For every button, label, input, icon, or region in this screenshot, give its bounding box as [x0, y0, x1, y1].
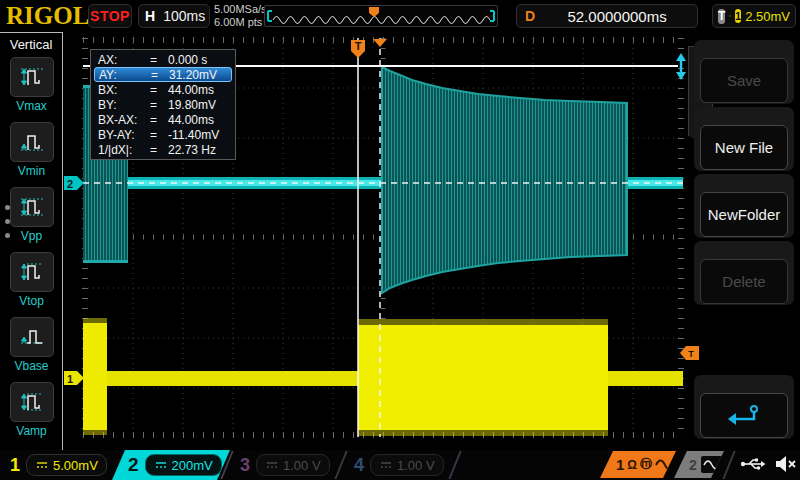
menu-item-label: Vpp	[21, 229, 42, 243]
system-icons	[740, 454, 798, 474]
trigger-edge-icon	[729, 9, 731, 23]
timebase-value: 100ms	[163, 8, 205, 24]
channel-3-badge[interactable]: 3 1.00 V	[230, 450, 340, 480]
menu-item-label: Vmax	[16, 99, 47, 113]
trigger-position-marker[interactable]: T	[351, 40, 365, 58]
ch4-number: 4	[354, 455, 364, 476]
menu-item-vtop[interactable]: Vtop	[0, 252, 63, 317]
gen1-impedance: Ω	[627, 458, 637, 472]
delay-d-label: D	[525, 8, 535, 24]
ch1-trace	[83, 318, 683, 436]
vmin-icon	[10, 122, 54, 162]
channel-2-badge[interactable]: 2 200mV	[112, 450, 230, 480]
back-enter-button[interactable]	[700, 393, 788, 438]
ch3-scale: 1.00 V	[283, 458, 321, 473]
ch2-number: 2	[128, 454, 139, 476]
sample-rate: 5.00MSa/s	[214, 3, 267, 16]
ch1-number: 1	[10, 455, 20, 476]
gen1-number: 1	[616, 456, 624, 473]
new-folder-button[interactable]: NewFolder	[700, 192, 788, 237]
cursor-row-by: BY:=19.80mV	[94, 97, 232, 112]
trigger-position-label: T	[355, 40, 362, 52]
delete-button[interactable]: Delete	[700, 259, 788, 304]
rigol-logo: RIGOL	[6, 2, 89, 30]
cursor-row-ax: AX:=0.000 s	[94, 52, 232, 67]
ch2-ground-marker[interactable]: 2	[64, 176, 84, 190]
vpp-icon	[10, 187, 54, 227]
thumb-left-bracket	[268, 11, 272, 21]
channel-status-bar: 1 5.00mV 2 200mV 3 1	[0, 450, 800, 480]
ch1-scale: 5.00mV	[53, 458, 98, 473]
cursor-row-byay: BY-AY:=-11.40mV	[94, 127, 232, 142]
channel-1-badge[interactable]: 1 5.00mV	[0, 450, 112, 480]
cursor-ay-handle[interactable]	[676, 53, 686, 80]
cursor-row-freq: 1/|dX|:=22.73 Hz	[94, 142, 232, 157]
run-state-label: STOP	[90, 8, 130, 24]
cursor-row-ay-selected[interactable]: AY:=31.20mV	[94, 67, 232, 82]
top-status-bar: RIGOL STOP H 100ms 5.00MSa/s 6.00M pts D…	[0, 0, 800, 32]
ch1-coupling-icon	[35, 460, 49, 470]
timebase-badge[interactable]: H 100ms	[138, 4, 210, 28]
oscilloscope-screen: RIGOL STOP H 100ms 5.00MSa/s 6.00M pts D…	[0, 0, 800, 480]
ch2-ground-label: 2	[67, 178, 73, 190]
ch4-coupling-icon	[379, 460, 393, 470]
ch1-ground-marker[interactable]: 1	[64, 371, 84, 385]
run-state-badge[interactable]: STOP	[88, 4, 132, 28]
cursor-row-bx: BX:=44.00ms	[94, 82, 232, 97]
trigger-level-value: 2.50mV	[745, 9, 790, 24]
vamp-icon	[10, 382, 54, 422]
menu-scroll-indicator	[5, 205, 10, 238]
menu-item-vbase[interactable]: Vbase	[0, 317, 63, 382]
generator-2-badge[interactable]: 2	[674, 451, 724, 478]
ch2-scale: 200mV	[172, 458, 213, 473]
speaker-muted-icon[interactable]	[774, 454, 798, 474]
sample-rate-block: 5.00MSa/s 6.00M pts	[214, 3, 267, 29]
usb-icon[interactable]	[740, 454, 766, 474]
gen1-sine-icon	[655, 458, 675, 472]
save-menu: Save Save New File NewFolder Delete	[688, 32, 800, 450]
menu-item-vamp[interactable]: Vamp	[0, 382, 63, 447]
delay-value: 52.0000000ms	[545, 8, 689, 25]
menu-item-label: Vbase	[14, 359, 48, 373]
menu-title: Vertical	[0, 33, 62, 57]
vtop-icon	[10, 252, 54, 292]
menu-item-vmax[interactable]: Vmax	[0, 57, 63, 122]
enter-arrow-icon	[726, 403, 762, 429]
menu-item-label: Vtop	[19, 294, 44, 308]
ch2-coupling-icon	[154, 460, 168, 470]
thumb-waveform	[273, 17, 490, 24]
channel-4-badge[interactable]: 4 1.00 V	[344, 450, 454, 480]
trigger-badge[interactable]: T 1 2.50mV	[712, 4, 796, 28]
gen2-number: 2	[689, 457, 697, 473]
gen2-sine-icon	[703, 459, 721, 471]
ch1-ground-label: 1	[67, 373, 73, 385]
trigger-source-badge: 1	[735, 9, 741, 23]
cursor-bx-top-marker[interactable]	[373, 39, 387, 47]
new-file-button[interactable]: New File	[700, 125, 788, 170]
menu-item-label: Vamp	[16, 424, 46, 438]
waveform-overview-thumbnail[interactable]	[264, 5, 498, 27]
generator-1-badge[interactable]: 1 Ω ⓜ	[600, 451, 676, 478]
vbase-icon	[10, 317, 54, 357]
save-button[interactable]: Save	[700, 58, 788, 103]
ch2-burst-envelope	[382, 67, 627, 293]
gen1-mod: ⓜ	[640, 456, 652, 473]
menu-item-vmin[interactable]: Vmin	[0, 122, 63, 187]
ch3-coupling-icon	[265, 460, 279, 470]
ch3-number: 3	[240, 455, 250, 476]
cursor-measurement-panel: AX:=0.000 s AY:=31.20mV BX:=44.00ms BY:=…	[90, 49, 236, 160]
thumb-trigger-marker[interactable]	[369, 7, 379, 17]
delay-badge[interactable]: D 52.0000000ms	[516, 4, 698, 28]
memory-depth: 6.00M pts	[214, 16, 267, 29]
vertical-measure-menu: Vertical Vmax Vmin Vpp Vtop	[0, 32, 63, 450]
menu-item-label: Vmin	[18, 164, 45, 178]
trigger-t-label: T	[718, 9, 725, 24]
vmax-icon	[10, 57, 54, 97]
thumb-right-bracket	[490, 11, 494, 21]
timebase-h-label: H	[145, 8, 155, 24]
ch4-scale: 1.00 V	[397, 458, 435, 473]
cursor-row-bxax: BX-AX:=44.00ms	[94, 112, 232, 127]
